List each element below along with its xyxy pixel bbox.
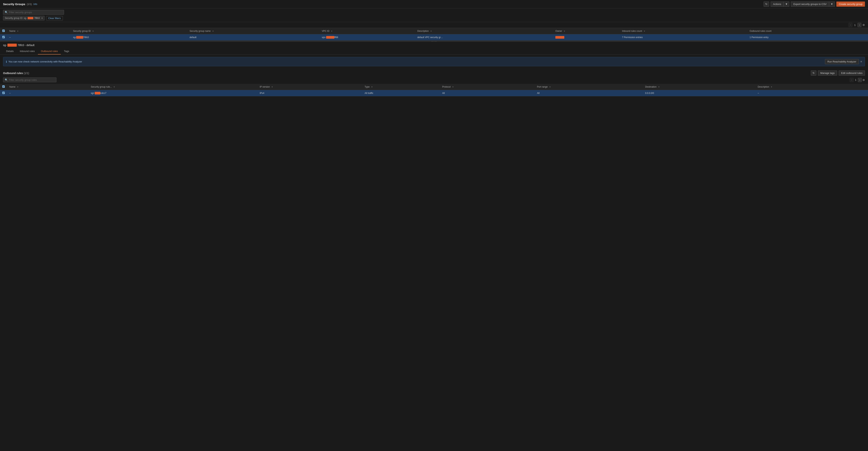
outbound-refresh-button[interactable]: ↻ xyxy=(811,70,816,75)
outbound-prev-button[interactable]: ‹ xyxy=(850,78,854,82)
out-row-destination: 0.0.0.0/0 xyxy=(643,90,755,96)
refresh-icon2: ↻ xyxy=(812,72,815,74)
out-row-ip-version: IPv4 xyxy=(257,90,362,96)
detail-tabs: Details Inbound rules Outbound rules Tag… xyxy=(3,48,865,55)
sort-icon-out-port: ▼ xyxy=(549,86,551,88)
col-vpc-id: VPC ID ▼ xyxy=(319,28,415,34)
edit-outbound-rules-button[interactable]: Edit outbound rules xyxy=(839,70,865,75)
table-next-button[interactable]: › xyxy=(858,23,861,27)
refresh-button[interactable]: ↻ xyxy=(764,2,769,7)
refresh-icon: ↻ xyxy=(765,3,767,5)
actions-button[interactable]: Actions xyxy=(771,2,784,7)
active-filter-tag: Security group ID: sg- 78fc0 × xyxy=(3,16,44,21)
sort-icon-out-ip: ▼ xyxy=(271,86,273,88)
info-banner: ℹ You can now check network connectivity… xyxy=(3,57,865,66)
sort-icon-sgname: ▼ xyxy=(212,30,214,32)
detail-title: sg- 78fc0 - default xyxy=(3,43,865,47)
info-banner-right: Run Reachability Analyzer × xyxy=(825,59,862,64)
out-row-protocol: All xyxy=(440,90,535,96)
col-description: Description ▼ xyxy=(415,28,553,34)
outbound-table-header-row: Name ▼ Security group rule... ▼ IP versi… xyxy=(0,84,868,90)
row-vpc-id: vpc- ff68 xyxy=(319,34,415,40)
filter-tag-value xyxy=(28,17,33,19)
outbound-next-button[interactable]: › xyxy=(858,78,862,82)
outbound-table-row[interactable]: – sgr- cdcc7 IPv4 All traffic All All 0.… xyxy=(0,90,868,96)
sort-icon-out-type: ▼ xyxy=(371,86,373,88)
out-col-description: Description ▼ xyxy=(755,84,868,90)
out-col-destination: Destination ▼ xyxy=(643,84,755,90)
clear-filters-button[interactable]: Clear filters xyxy=(46,16,63,21)
out-row-checkbox[interactable] xyxy=(2,92,5,94)
tab-tags[interactable]: Tags xyxy=(61,48,72,55)
out-col-name: Name ▼ xyxy=(7,84,88,90)
export-split-button: Export security groups to CSV ▼ xyxy=(791,2,835,7)
col-security-group-name: Security group name ▼ xyxy=(187,28,319,34)
sort-icon-out-proto: ▼ xyxy=(452,86,454,88)
filter-tag-label: Security group ID: sg- xyxy=(5,17,27,20)
filter-tags: Security group ID: sg- 78fc0 × Clear fil… xyxy=(3,16,865,21)
select-all-header[interactable] xyxy=(0,28,7,34)
outbound-search-input[interactable] xyxy=(9,78,55,81)
row-sg-id-redacted xyxy=(76,36,83,39)
search-box: 🔍 xyxy=(3,10,64,15)
row-sg-name: default xyxy=(187,34,319,40)
info-link[interactable]: Info xyxy=(33,3,37,5)
outbound-page-num: 1 xyxy=(854,78,857,81)
actions-dropdown-arrow[interactable]: ▼ xyxy=(783,2,789,7)
tab-details[interactable]: Details xyxy=(3,48,17,55)
col-owner: Owner ▼ xyxy=(553,28,620,34)
row-owner xyxy=(553,34,620,40)
col-inbound-rules-count: Inbound rules count ▼ xyxy=(620,28,747,34)
tab-inbound-rules[interactable]: Inbound rules xyxy=(17,48,38,55)
run-reachability-analyzer-button[interactable]: Run Reachability Analyzer xyxy=(825,59,859,64)
detail-panel: sg- 78fc0 - default Details Inbound rule… xyxy=(0,42,868,118)
detail-header: sg- 78fc0 - default Details Inbound rule… xyxy=(0,42,868,55)
manage-tags-button[interactable]: Manage tags xyxy=(818,70,837,75)
row-inbound-count: 7 Permission entries xyxy=(620,34,747,40)
export-button[interactable]: Export security groups to CSV xyxy=(791,2,829,7)
outbound-settings-icon[interactable]: ⚙ xyxy=(863,78,865,82)
outbound-select-all-checkbox[interactable] xyxy=(2,85,5,88)
sort-icon-vpc: ▼ xyxy=(331,30,333,32)
outbound-rules-table: Name ▼ Security group rule... ▼ IP versi… xyxy=(0,84,868,96)
out-row-type: All traffic xyxy=(362,90,440,96)
chevron-down-icon: ▼ xyxy=(785,3,787,5)
out-col-protocol: Protocol ▼ xyxy=(440,84,535,90)
row-name: – xyxy=(7,34,71,40)
sort-icon-out-rule: ▼ xyxy=(113,86,115,88)
page-header: Security Groups (1/1) Info ↻ Actions ▼ E… xyxy=(0,0,868,8)
out-row-rule-id-redacted xyxy=(95,92,100,94)
outbound-rules-title: Outbound rules (1/1) xyxy=(3,72,29,75)
filter-tag-close-button[interactable]: × xyxy=(41,17,43,20)
tab-outbound-rules[interactable]: Outbound rules xyxy=(38,48,61,55)
outbound-pagination: ‹ 1 › ⚙ xyxy=(850,78,865,82)
top-section: Security Groups (1/1) Info ↻ Actions ▼ E… xyxy=(0,0,868,40)
filter-bar: 🔍 Security group ID: sg- 78fc0 × Clear f… xyxy=(0,8,868,22)
out-row-rule-id: sgr- cdcc7 xyxy=(88,90,257,96)
sort-icon-out-name: ▼ xyxy=(17,86,19,88)
row-outbound-count: 1 Permission entry xyxy=(747,34,868,40)
table-prev-button[interactable]: ‹ xyxy=(848,23,852,27)
info-banner-message: ℹ You can now check network connectivity… xyxy=(6,60,82,63)
row-checkbox[interactable] xyxy=(2,36,5,38)
out-col-rule-id: Security group rule... ▼ xyxy=(88,84,257,90)
sort-icon-owner: ▼ xyxy=(563,30,565,32)
out-row-port-range: All xyxy=(535,90,643,96)
col-name: Name ▼ xyxy=(7,28,71,34)
create-security-group-button[interactable]: Create security group xyxy=(836,2,865,7)
outbound-search-icon: 🔍 xyxy=(5,78,8,81)
outbound-select-all-header[interactable] xyxy=(0,84,7,90)
banner-close-icon[interactable]: × xyxy=(860,60,862,63)
security-groups-table: Name ▼ Security group ID ▼ Security grou… xyxy=(0,28,868,40)
export-dropdown-arrow[interactable]: ▼ xyxy=(829,2,835,7)
table-page-num: 1 xyxy=(854,24,857,27)
out-row-description: – xyxy=(755,90,868,96)
row-checkbox-cell[interactable] xyxy=(0,34,7,40)
out-row-checkbox-cell[interactable] xyxy=(0,90,7,96)
sort-icon-inbound: ▼ xyxy=(644,30,646,32)
table-settings-icon[interactable]: ⚙ xyxy=(863,24,865,27)
search-input[interactable] xyxy=(9,11,62,14)
outbound-search-box: 🔍 xyxy=(3,77,56,82)
page-count: (1/1) xyxy=(27,3,32,5)
select-all-checkbox[interactable] xyxy=(2,30,5,32)
